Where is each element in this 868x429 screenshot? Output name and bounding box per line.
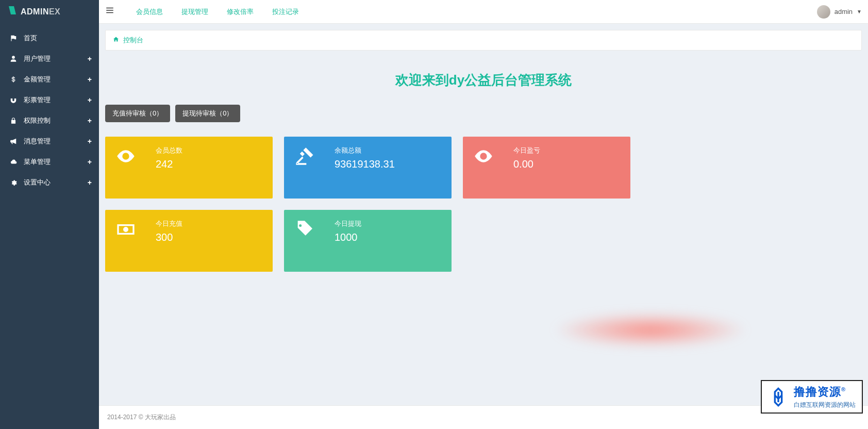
sidebar: ADMINEX 首页用户管理+金额管理+彩票管理+权限控制+消息管理+菜单管理+… (0, 0, 99, 429)
sidebar-item-label: 权限控制 (24, 116, 51, 125)
brand-icon (7, 5, 18, 19)
lock-icon (8, 117, 19, 124)
card-label: 今日提现 (335, 219, 361, 228)
card-value: 300 (156, 232, 182, 243)
stat-cards: 会员总数242余额总额93619138.31今日盈亏0.00今日充值300今日提… (99, 137, 868, 272)
footer-text: 2014-2017 © 大玩家出品 (107, 414, 176, 421)
sidebar-item-label: 消息管理 (24, 137, 51, 146)
money-icon (112, 219, 156, 240)
bullhorn-icon (8, 138, 19, 145)
username: admin (834, 8, 853, 15)
menu-toggle-icon[interactable] (105, 6, 114, 18)
expand-icon: + (88, 55, 92, 63)
sidebar-item-label: 金额管理 (24, 75, 51, 84)
pending-pill-0[interactable]: 充值待审核（0） (105, 105, 170, 122)
watermark-main: 撸撸资源® (794, 385, 846, 398)
stat-card-2[interactable]: 今日盈亏0.00 (463, 137, 630, 199)
header-nav-item-3[interactable]: 投注记录 (263, 0, 308, 24)
card-value: 242 (156, 158, 182, 170)
expand-icon: + (88, 158, 92, 166)
card-value: 0.00 (513, 158, 540, 170)
expand-icon: + (88, 137, 92, 145)
breadcrumb[interactable]: 控制台 (105, 30, 862, 51)
watermark-sub: 白嫖互联网资源的网站 (794, 401, 856, 408)
sidebar-item-7[interactable]: 设置中心+ (0, 172, 99, 193)
header-nav-item-0[interactable]: 会员信息 (127, 0, 172, 24)
smudge-overlay (553, 312, 748, 348)
stat-card-3[interactable]: 今日充值300 (105, 210, 273, 272)
tag-icon (291, 219, 335, 240)
sidebar-item-label: 彩票管理 (24, 95, 51, 105)
main-area: 会员信息提现管理修改倍率投注记录 admin ▼ 控制台 欢迎来到dy公益后台管… (99, 0, 868, 429)
magnet-icon (8, 96, 19, 104)
pending-pill-1[interactable]: 提现待审核（0） (175, 105, 240, 122)
card-label: 会员总数 (156, 146, 182, 155)
stat-card-1[interactable]: 余额总额93619138.31 (284, 137, 452, 199)
user-icon (8, 55, 19, 62)
card-value: 1000 (335, 232, 361, 243)
sidebar-item-6[interactable]: 菜单管理+ (0, 152, 99, 172)
card-label: 余额总额 (335, 146, 395, 155)
welcome-title: 欢迎来到dy公益后台管理系统 (99, 71, 868, 89)
cloud-icon (8, 158, 19, 166)
sidebar-item-3[interactable]: 彩票管理+ (0, 90, 99, 110)
expand-icon: + (88, 75, 92, 84)
home-icon (113, 36, 119, 44)
eye-icon (470, 146, 513, 167)
sidebar-item-4[interactable]: 权限控制+ (0, 110, 99, 131)
sidebar-item-label: 菜单管理 (24, 157, 51, 167)
dollar-icon (8, 76, 19, 83)
stat-card-4[interactable]: 今日提现1000 (284, 210, 452, 272)
pending-pills: 充值待审核（0）提现待审核（0） (99, 105, 868, 122)
gear-icon (8, 179, 19, 186)
watermark-icon (768, 387, 789, 407)
gavel-icon (291, 146, 335, 167)
expand-icon: + (88, 178, 92, 187)
eye-icon (112, 146, 156, 167)
sidebar-item-label: 首页 (24, 34, 37, 43)
sidebar-item-2[interactable]: 金额管理+ (0, 69, 99, 90)
breadcrumb-text: 控制台 (123, 36, 143, 44)
card-value: 93619138.31 (335, 158, 395, 170)
sidebar-item-label: 用户管理 (24, 54, 51, 63)
expand-icon: + (88, 117, 92, 125)
card-label: 今日盈亏 (513, 146, 540, 155)
brand-text: ADMINEX (21, 7, 60, 16)
header-nav-item-2[interactable]: 修改倍率 (218, 0, 263, 24)
header-nav: 会员信息提现管理修改倍率投注记录 (127, 0, 308, 24)
user-menu[interactable]: admin ▼ (817, 5, 862, 19)
stat-card-0[interactable]: 会员总数242 (105, 137, 273, 199)
card-label: 今日充值 (156, 219, 182, 228)
sidebar-item-5[interactable]: 消息管理+ (0, 131, 99, 152)
sidebar-item-label: 设置中心 (24, 178, 51, 187)
top-header: 会员信息提现管理修改倍率投注记录 admin ▼ (99, 0, 868, 24)
chevron-down-icon: ▼ (857, 9, 862, 14)
expand-icon: + (88, 96, 92, 104)
brand-logo[interactable]: ADMINEX (0, 0, 99, 24)
watermark-badge: 撸撸资源® 白嫖互联网资源的网站 (761, 380, 863, 414)
avatar (817, 5, 830, 19)
footer: 2014-2017 © 大玩家出品 (99, 405, 868, 429)
flag-icon (8, 35, 19, 42)
sidebar-item-1[interactable]: 用户管理+ (0, 48, 99, 69)
header-nav-item-1[interactable]: 提现管理 (172, 0, 218, 24)
sidebar-item-0[interactable]: 首页 (0, 28, 99, 48)
